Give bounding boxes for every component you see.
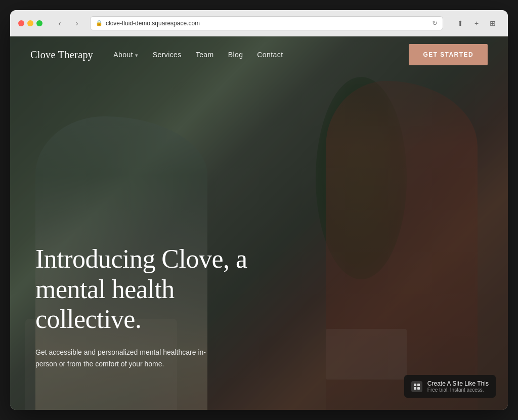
site-logo[interactable]: Clove Therapy: [30, 49, 93, 61]
url-text: clove-fluid-demo.squarespace.com: [106, 20, 200, 27]
plus-icon: +: [474, 19, 479, 27]
browser-actions: ⬆ + ⊞: [453, 18, 500, 29]
nav-link-team[interactable]: Team: [196, 51, 214, 59]
chevron-down-icon: ▾: [135, 52, 138, 58]
get-started-button[interactable]: GET STARTED: [409, 44, 488, 65]
nav-link-services[interactable]: Services: [153, 51, 182, 59]
share-button[interactable]: ⬆: [453, 18, 467, 29]
reload-icon[interactable]: ↻: [432, 19, 438, 27]
badge-text: Create A Site Like This Free trial. Inst…: [427, 380, 489, 393]
traffic-lights: [18, 20, 42, 26]
squarespace-logo-icon: [411, 381, 422, 392]
website-container: Clove Therapy About ▾ Services Team Blog…: [10, 36, 508, 410]
browser-window: ‹ › 🔒 clove-fluid-demo.squarespace.com ↻…: [10, 10, 508, 410]
nav-link-about[interactable]: About ▾: [113, 51, 138, 59]
lock-icon: 🔒: [96, 20, 103, 26]
maximize-button[interactable]: [36, 20, 42, 26]
svg-rect-3: [417, 387, 420, 390]
hero-subtext: Get accessible and personalized mental h…: [35, 347, 207, 369]
forward-button[interactable]: ›: [70, 18, 84, 29]
browser-controls: ‹ ›: [53, 18, 84, 29]
nav-link-blog[interactable]: Blog: [228, 51, 243, 59]
browser-chrome: ‹ › 🔒 clove-fluid-demo.squarespace.com ↻…: [10, 10, 508, 36]
back-button[interactable]: ‹: [53, 18, 67, 29]
tab-overview-button[interactable]: ⊞: [486, 18, 500, 29]
hero-content: Introducing Clove, a mental health colle…: [35, 244, 248, 369]
new-tab-button[interactable]: +: [469, 18, 484, 29]
share-icon: ⬆: [457, 19, 463, 27]
minimize-button[interactable]: [27, 20, 33, 26]
navigation: Clove Therapy About ▾ Services Team Blog…: [10, 36, 508, 73]
grid-icon: ⊞: [490, 19, 496, 27]
back-icon: ‹: [59, 19, 61, 27]
badge-sub-text: Free trial. Instant access.: [427, 387, 489, 393]
hero-headline: Introducing Clove, a mental health colle…: [35, 244, 248, 334]
nav-link-contact[interactable]: Contact: [257, 51, 283, 59]
badge-main-text: Create A Site Like This: [427, 380, 489, 387]
forward-icon: ›: [76, 19, 78, 27]
close-button[interactable]: [18, 20, 24, 26]
svg-rect-1: [417, 384, 420, 386]
squarespace-badge[interactable]: Create A Site Like This Free trial. Inst…: [404, 375, 496, 398]
address-bar[interactable]: 🔒 clove-fluid-demo.squarespace.com ↻: [90, 16, 443, 30]
nav-links: About ▾ Services Team Blog Contact: [113, 51, 283, 59]
svg-rect-0: [414, 384, 416, 386]
svg-rect-2: [414, 387, 416, 390]
